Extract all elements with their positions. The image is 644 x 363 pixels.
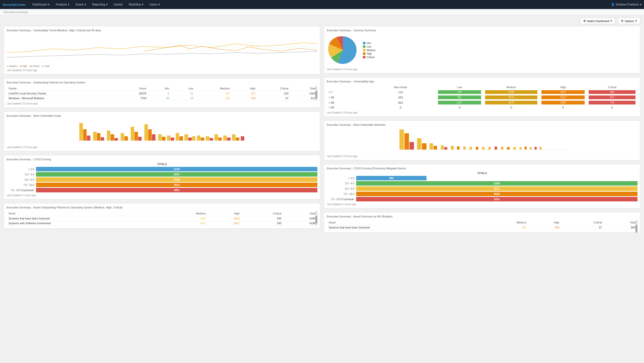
- svg-rect-21: [176, 133, 179, 141]
- cell-medium: 309: [481, 225, 528, 230]
- svg-rect-16: [152, 134, 155, 141]
- chevron-down-icon: ▾: [635, 19, 637, 23]
- patches-os-title: Executive Summary - Outstanding Patches …: [7, 81, 317, 84]
- cell-medium: 3675: [483, 95, 539, 100]
- cell-low: 1317: [436, 100, 483, 105]
- widget-asset-ms: Executive Summary - Asset Summary by MS …: [324, 212, 640, 233]
- nav-assets[interactable]: Assets: [111, 0, 126, 9]
- cell-asset: Systems that have been Scanned: [7, 216, 161, 221]
- asset-patches-table: Asset Medium High Critical Total Systems…: [7, 211, 317, 226]
- widget-vuln-hosts: Executive Summary - Most Vulnerable Host…: [4, 111, 320, 151]
- table-row: Systems with Software Inventoried 1902 1…: [7, 221, 317, 226]
- cell-total: 850: [604, 225, 637, 230]
- svg-rect-13: [138, 137, 142, 141]
- cvss-mitigated-updated: Last Updated: 4 hours ago: [327, 203, 637, 206]
- legend-critical: Critical: [30, 65, 40, 67]
- col-high: High: [528, 220, 561, 225]
- cvss-label: 7.0 - 10.0: [7, 184, 34, 186]
- svg-rect-42: [422, 143, 426, 150]
- dashboard-grid: Executive Summary - Vulnerability Trend …: [4, 26, 640, 236]
- cvss-bar: 2548: [36, 177, 317, 182]
- vuln-age-title: Executive Summary - Vulnerability Age: [327, 80, 637, 83]
- pie-container: Info Low Medium High: [327, 34, 637, 66]
- cell-critical: 335: [242, 216, 283, 221]
- cell-total: 913: [291, 96, 317, 101]
- svg-rect-28: [206, 136, 209, 141]
- col-medium: Medium: [195, 86, 232, 91]
- svg-rect-41: [417, 138, 421, 150]
- nav-dashboard[interactable]: Dashboard ▾: [29, 0, 53, 9]
- nav-users[interactable]: Users ▾: [146, 0, 163, 9]
- cvss-updated: Last Updated: 4 hours ago: [7, 194, 317, 197]
- col-range: [327, 85, 365, 89]
- cvss-chart: < 2.9 1230 3.0 - 4.9 1801: [7, 167, 317, 192]
- breadcrumb: Executive Summary: [0, 9, 644, 15]
- cell-family: CentOS Local Security Checks: [7, 91, 117, 96]
- patches-os-updated: Last Updated: 22 hours ago: [7, 102, 317, 105]
- cell-critical: 37: [561, 225, 604, 230]
- cell-high: 1921: [208, 221, 242, 226]
- nav-analysis[interactable]: Analysis ▾: [53, 0, 72, 9]
- cell-high: 0: [539, 105, 587, 110]
- cvss-bar: 1230: [36, 167, 317, 171]
- switch-dashboard-button[interactable]: ⊞ Switch Dashboard ▾: [580, 18, 615, 24]
- cell-medium: 0: [483, 105, 539, 110]
- svg-rect-50: [470, 147, 472, 150]
- scrollbar-thumb[interactable]: [635, 225, 637, 232]
- svg-rect-39: [404, 133, 409, 150]
- svg-rect-9: [121, 133, 124, 141]
- user-menu[interactable]: 👤 Andrew Freeborn ▾: [611, 3, 641, 6]
- col-low: Low: [436, 85, 483, 89]
- svg-rect-25: [192, 136, 195, 141]
- widget-trend-title: Executive Summary - Vulnerability Trend …: [7, 29, 317, 32]
- widget-vuln-age: Executive Summary - Vulnerability Age Ne…: [324, 77, 640, 117]
- cvss-label: 7.0 - 10.0: [327, 193, 354, 195]
- table-row: > 90 0 0 0 0 0: [327, 105, 637, 110]
- table-row: < 7 114 283 1946 1947 466: [327, 89, 637, 95]
- cell-asset: Systems that have been Scanned: [327, 225, 481, 230]
- cell-total: 4188: [283, 216, 317, 221]
- vuln-hosts-chart: [7, 119, 317, 144]
- cell-range: < 30: [327, 95, 365, 100]
- cell-medium: 1946: [483, 89, 539, 95]
- legend-critical: Critical: [363, 56, 376, 59]
- scrollbar-thumb[interactable]: [315, 216, 317, 223]
- vuln-networks-chart: [327, 128, 637, 153]
- cvss-bar: 3617: [356, 186, 637, 191]
- cvss-bar-wrap: 1801: [36, 172, 317, 177]
- scrollbar-thumb[interactable]: [315, 91, 317, 98]
- scrollbar[interactable]: [315, 211, 317, 226]
- svg-rect-56: [507, 147, 510, 150]
- vuln-networks-updated: Last Updated: 22 hours ago: [327, 155, 637, 158]
- brand-logo[interactable]: SecurityCenter: [3, 3, 26, 7]
- svg-rect-12: [134, 132, 138, 141]
- nav-items: Dashboard ▾ Analysis ▾ Scans ▾ Reporting…: [29, 0, 611, 9]
- scrollbar[interactable]: [635, 220, 637, 230]
- nav-reporting[interactable]: Reporting ▾: [89, 0, 111, 9]
- cvss-bar-wrap: 52%: [356, 197, 637, 201]
- cvss-totals-label: TOTALS: [7, 163, 317, 166]
- svg-rect-60: [530, 147, 532, 150]
- svg-rect-15: [148, 129, 152, 141]
- legend-high: High: [20, 65, 27, 67]
- options-button[interactable]: ⚙ Options ▾: [618, 18, 640, 24]
- severity-updated: Last Updated: 22 hours ago: [327, 68, 637, 71]
- right-column: Executive Summary - Severity Summary: [324, 26, 640, 236]
- cvss-bar-wrap: 362: [356, 176, 637, 180]
- svg-rect-48: [457, 146, 460, 150]
- svg-rect-23: [184, 134, 188, 141]
- col-high: High: [208, 211, 242, 216]
- scrollbar[interactable]: [315, 86, 317, 101]
- legend-medium: Medium: [7, 65, 17, 67]
- grid-icon: ⊞: [583, 19, 586, 23]
- cvss-bar: 362: [356, 176, 426, 180]
- cell-low: 0: [436, 105, 483, 110]
- cvss-mitigated-row-5: 7.0 - 10.0 Exploitable 52%: [327, 197, 637, 201]
- col-critical: Critical: [561, 220, 604, 225]
- chevron-down-icon: ▾: [158, 3, 160, 6]
- nav-workflow[interactable]: Workflow ▾: [126, 0, 146, 9]
- pie-legend: Info Low Medium High: [363, 42, 376, 59]
- nav-scans[interactable]: Scans ▾: [72, 0, 89, 9]
- cell-info: 0: [148, 91, 171, 96]
- widget-vulnerability-trend: Executive Summary - Vulnerability Trend …: [4, 26, 320, 74]
